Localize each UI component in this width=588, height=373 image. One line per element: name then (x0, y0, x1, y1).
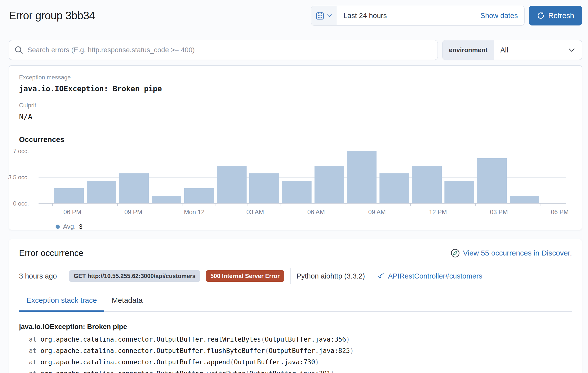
stack-trace-section: java.io.IOException: Broken pipe at org.… (19, 323, 572, 373)
x-axis-tick-label: 06 PM (540, 209, 580, 216)
divider (371, 268, 371, 284)
stack-frames: at org.apache.catalina.connector.OutputB… (19, 336, 572, 373)
search-box (9, 40, 438, 60)
axis-tick (85, 204, 85, 206)
axis-tick (52, 204, 53, 206)
stack-frame-function: org.apache.catalina.connector.OutputBuff… (41, 370, 246, 373)
axis-tick (280, 204, 280, 206)
stack-frame-line: at org.apache.catalina.connector.OutputB… (19, 358, 572, 366)
refresh-label: Refresh (548, 11, 574, 20)
stack-frame-at: at (29, 347, 41, 354)
axis-tick (508, 204, 508, 206)
environment-select[interactable]: All (494, 40, 582, 60)
x-axis-tick-label: 06 PM (53, 209, 92, 216)
x-axis-tick-label: 03 AM (235, 209, 275, 216)
date-picker: Last 24 hours Show dates (311, 6, 525, 25)
paren: ) (315, 358, 319, 366)
occurrence-summary-row: 3 hours ago GET http://10.55.255.62:3000… (19, 269, 572, 283)
occurrences-chart[interactable]: 7 occ. 3.5 occ. 0 occ. 06 PM09 PMMon 120… (19, 150, 572, 231)
agent-name-version: Python aiohttp (3.3.2) (296, 272, 365, 280)
axis-tick (475, 204, 476, 206)
chart-plot-area: 7 occ. 3.5 occ. 0 occ. 06 PM09 PMMon 120… (39, 151, 566, 204)
paren: ( (246, 370, 250, 373)
show-dates-link[interactable]: Show dates (480, 12, 518, 20)
stack-frame-location: OutputBuffer.java:825 (269, 347, 350, 354)
stack-frame-line: at org.apache.catalina.connector.OutputB… (19, 336, 572, 343)
chevron-down-icon (326, 13, 332, 19)
tab-exception-stack-trace[interactable]: Exception stack trace (19, 296, 104, 312)
stack-frame-at: at (29, 336, 41, 343)
view-occurrences-discover-link[interactable]: View 55 occurrences in Discover. (451, 249, 572, 258)
axis-tick (248, 204, 248, 206)
stack-frame-location: OutputBuffer.java:391 (249, 370, 331, 373)
paren: ) (331, 370, 335, 373)
chart-bar (184, 188, 214, 203)
chart-bar (249, 173, 279, 203)
x-axis-tick-label: 09 PM (114, 209, 153, 216)
chart-bar (315, 166, 344, 203)
divider (290, 268, 291, 284)
tab-metadata[interactable]: Metadata (104, 296, 150, 312)
page-header: Error group 3bb34 Last 24 hours (9, 5, 582, 26)
chart-bar (87, 181, 116, 203)
chevron-down-icon (568, 46, 575, 54)
chart-bar (477, 158, 507, 203)
chart-bar (444, 181, 474, 203)
chart-legend: Avg. 3 (56, 223, 83, 231)
gridline (39, 151, 566, 151)
status-code-badge: 500 Internal Server Error (206, 270, 284, 282)
environment-filter-label: environment (442, 40, 494, 60)
view-occurrences-link-label: View 55 occurrences in Discover. (463, 249, 572, 257)
stack-frame-line: at org.apache.catalina.connector.OutputB… (19, 347, 572, 354)
paren: ( (230, 358, 234, 366)
axis-tick (410, 204, 411, 206)
chart-bar (119, 173, 149, 203)
stack-frame-function: org.apache.catalina.connector.OutputBuff… (41, 347, 265, 354)
axis-tick (183, 204, 183, 206)
paren: ) (346, 336, 350, 343)
exception-message-value: java.io.IOException: Broken pipe (19, 84, 572, 93)
axis-tick (215, 204, 215, 206)
stack-frame-location: OutputBuffer.java:356 (265, 336, 346, 343)
axis-tick (443, 204, 443, 206)
x-axis-tick-label: 12 PM (418, 209, 458, 216)
transaction-link[interactable]: APIRestController#customers (377, 272, 482, 280)
environment-filter: environment All (442, 40, 582, 60)
chart-bar (510, 196, 539, 203)
x-axis-tick-label: 09 AM (357, 209, 397, 216)
chart-bar (54, 188, 84, 203)
y-axis-tick-label: 7 occ. (0, 148, 29, 155)
legend-dot-icon (56, 225, 60, 229)
chart-bar (282, 181, 312, 203)
occurrences-chart-title: Occurrences (19, 135, 572, 144)
date-range-field[interactable]: Last 24 hours Show dates (337, 6, 524, 25)
axis-tick (541, 204, 541, 206)
paren: ) (350, 347, 354, 354)
stack-frame-location: OutputBuffer.java:730 (234, 358, 315, 366)
stack-frame-function: org.apache.catalina.connector.OutputBuff… (41, 336, 261, 343)
legend-value: 3 (79, 223, 83, 231)
transaction-link-label: APIRestController#customers (388, 272, 482, 280)
request-method-url-badge: GET http://10.55.255.62:3000/api/custome… (69, 270, 200, 282)
header-controls: Last 24 hours Show dates Refresh (311, 6, 582, 25)
date-range-value: Last 24 hours (343, 12, 387, 20)
date-quick-select-button[interactable] (311, 6, 337, 25)
transaction-icon (377, 272, 385, 280)
culprit-value: N/A (19, 112, 572, 121)
axis-tick (345, 204, 345, 206)
exception-message-label: Exception message (19, 74, 572, 81)
environment-select-value: All (500, 46, 508, 54)
stack-frame-function: org.apache.catalina.connector.OutputBuff… (41, 358, 230, 366)
y-axis-tick-label: 3.5 occ. (0, 174, 29, 181)
axis-tick (117, 204, 118, 206)
axis-tick (378, 204, 378, 206)
occurrence-timestamp: 3 hours ago (19, 272, 57, 280)
paren: ( (265, 347, 269, 354)
y-axis-tick-label: 0 occ. (0, 200, 29, 207)
occurrence-tabs: Exception stack trace Metadata (19, 296, 572, 312)
refresh-button[interactable]: Refresh (529, 6, 582, 25)
divider (63, 268, 63, 284)
search-input[interactable] (27, 46, 432, 54)
culprit-label: Culprit (19, 102, 572, 109)
discover-compass-icon (451, 249, 460, 258)
